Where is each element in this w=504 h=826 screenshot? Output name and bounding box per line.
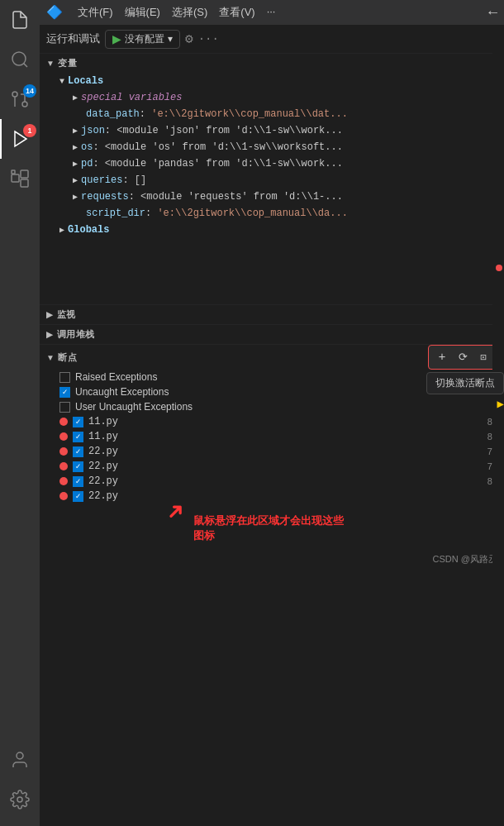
var-name-queries: queries <box>81 173 122 188</box>
call-stack-label: 调用堆栈 <box>57 328 95 341</box>
locals-label: Locals <box>68 74 103 88</box>
var-colon-4: : <box>93 156 104 171</box>
bp-22py-79[interactable]: ✓ 22.py 79 <box>40 459 504 474</box>
chevron-open-icon: ▼ <box>46 59 55 68</box>
locals-chevron-icon <box>59 75 64 88</box>
bp-22py-78[interactable]: ✓ 22.py 78 <box>40 444 504 459</box>
bp-filename-6: 22.py <box>88 490 118 502</box>
title-bar: 🔷 文件(F) 编辑(E) 选择(S) 查看(V) ··· ← <box>40 0 504 25</box>
bp-filename-5: 22.py <box>88 475 118 487</box>
menu-select[interactable]: 选择(S) <box>167 3 212 21</box>
var-name-data-path: data_path <box>86 107 140 122</box>
svg-rect-6 <box>12 174 19 182</box>
var-value-os: <module 'os' from 'd:\\1-sw\\worksoft... <box>105 140 343 155</box>
user-uncaught-exceptions-label: User Uncaught Exceptions <box>75 401 193 413</box>
debug-panel: ▼ 变量 Locals special variables data_path … <box>40 54 504 826</box>
uncaught-exceptions-checkbox[interactable]: ✓ <box>59 387 70 398</box>
gear-icon[interactable]: ⚙ <box>185 31 193 47</box>
special-variables-item[interactable]: special variables <box>40 89 504 106</box>
menu-view[interactable]: 查看(V) <box>214 3 259 21</box>
breakpoint-dot-6 <box>59 492 68 500</box>
watch-section: ▶ 监视 <box>40 304 504 324</box>
queries-chevron-icon <box>73 174 78 187</box>
scrollbar[interactable]: ▶ <box>492 25 504 826</box>
var-colon-3: : <box>93 140 104 155</box>
var-value-requests: <module 'requests' from 'd:\\1-... <box>140 189 343 204</box>
callstack-chevron-icon: ▶ <box>46 330 54 339</box>
bp-check-3[interactable]: ✓ <box>73 446 83 457</box>
spacer <box>40 238 504 304</box>
var-queries[interactable]: queries : [] <box>40 172 504 189</box>
svg-rect-7 <box>21 170 28 178</box>
svg-point-3 <box>12 92 17 97</box>
breakpoint-dot-5 <box>59 477 68 485</box>
activity-icon-git[interactable]: 14 <box>0 79 40 119</box>
breakpoints-section-header[interactable]: ▼ 断点 <box>40 348 428 367</box>
user-uncaught-exceptions-item[interactable]: User Uncaught Exceptions <box>40 399 504 414</box>
svg-rect-8 <box>21 179 28 187</box>
breakpoints-section: ▼ 断点 + ⟳ ⊡ 切换激活断点 <box>40 344 504 543</box>
activity-icon-debug[interactable]: 1 <box>0 119 40 159</box>
raised-exceptions-checkbox[interactable] <box>59 372 70 383</box>
toggle-breakpoints-button[interactable]: ⟳ <box>454 348 472 366</box>
activity-icon-files[interactable] <box>0 0 40 40</box>
var-os[interactable]: os : <module 'os' from 'd:\\1-sw\\workso… <box>40 139 504 155</box>
remove-breakpoints-button[interactable]: ⊡ <box>474 348 492 366</box>
back-button[interactable]: ← <box>488 4 497 21</box>
add-breakpoint-button[interactable]: + <box>433 348 451 366</box>
title-menu: 文件(F) 编辑(E) 选择(S) 查看(V) ··· <box>73 3 280 21</box>
var-value-script-dir: 'e:\\2gitwork\\cop_manual\\da... <box>157 206 347 221</box>
activity-icon-search[interactable] <box>0 40 40 79</box>
var-pd[interactable]: pd : <module 'pandas' from 'd:\\1-sw\\wo… <box>40 155 504 172</box>
bp-filename-1: 11.py <box>88 416 118 427</box>
bp-check-4[interactable]: ✓ <box>73 461 83 472</box>
vscode-icon: 🔷 <box>46 4 63 21</box>
bp-filename-2: 11.py <box>88 431 118 442</box>
var-name-requests: requests <box>81 189 129 204</box>
variables-section-header[interactable]: ▼ 变量 <box>40 54 504 73</box>
tooltip-text: 切换激活断点 <box>435 377 495 389</box>
globals-item[interactable]: Globals <box>40 222 504 238</box>
debug-config-button[interactable]: ▶ 没有配置 ▾ <box>105 30 180 49</box>
var-name-os: os <box>81 140 93 155</box>
scroll-red-dot <box>496 265 502 271</box>
var-json[interactable]: json : <module 'json' from 'd:\\1-sw\\wo… <box>40 122 504 139</box>
breakpoints-tooltip: 切换激活断点 <box>426 372 504 394</box>
var-script-dir[interactable]: script_dir : 'e:\\2gitwork\\cop_manual\\… <box>40 205 504 222</box>
var-requests[interactable]: requests : <module 'requests' from 'd:\\… <box>40 189 504 205</box>
activity-icon-user[interactable] <box>0 740 40 780</box>
more-icon[interactable]: ··· <box>198 32 219 45</box>
locals-item[interactable]: Locals <box>40 73 504 89</box>
menu-more[interactable]: ··· <box>262 3 281 21</box>
activity-bar-bottom <box>0 740 40 826</box>
var-colon-6: : <box>129 189 140 204</box>
bp-11py-83[interactable]: ✓ 11.py 83 <box>40 414 504 429</box>
menu-edit[interactable]: 编辑(E) <box>120 3 165 21</box>
activity-icon-extensions[interactable] <box>0 159 40 198</box>
bp-check-5[interactable]: ✓ <box>73 476 83 487</box>
activity-icon-settings[interactable] <box>0 780 40 819</box>
pd-chevron-icon <box>73 158 78 170</box>
user-uncaught-exceptions-checkbox[interactable] <box>59 402 70 413</box>
menu-file[interactable]: 文件(F) <box>73 3 118 21</box>
breakpoints-label: 断点 <box>58 351 77 364</box>
bp-check-6[interactable]: ✓ <box>73 491 83 502</box>
raised-exceptions-label: Raised Exceptions <box>75 371 157 383</box>
bp-22py-last[interactable]: ✓ 22.py <box>40 489 504 504</box>
call-stack-section: ▶ 调用堆栈 <box>40 324 504 344</box>
json-chevron-icon <box>73 125 78 137</box>
watch-section-header[interactable]: ▶ 监视 <box>40 305 504 324</box>
bp-11py-84[interactable]: ✓ 11.py 84 <box>40 429 504 444</box>
special-variables-label: special variables <box>81 90 182 105</box>
var-data-path[interactable]: data_path : 'e:\\2gitwork\\cop_manual\\d… <box>40 106 504 122</box>
breakpoint-dot-2 <box>59 432 68 441</box>
footer-author: CSDN @风路丞 <box>433 554 497 564</box>
bp-check-1[interactable]: ✓ <box>73 417 83 427</box>
call-stack-section-header[interactable]: ▶ 调用堆栈 <box>40 325 504 344</box>
var-colon-1: : <box>140 107 151 122</box>
uncaught-exceptions-label: Uncaught Exceptions <box>75 386 169 398</box>
svg-point-11 <box>17 797 22 802</box>
var-colon-2: : <box>105 123 116 138</box>
bp-check-2[interactable]: ✓ <box>73 432 83 442</box>
bp-22py-80[interactable]: ✓ 22.py 80 <box>40 474 504 489</box>
